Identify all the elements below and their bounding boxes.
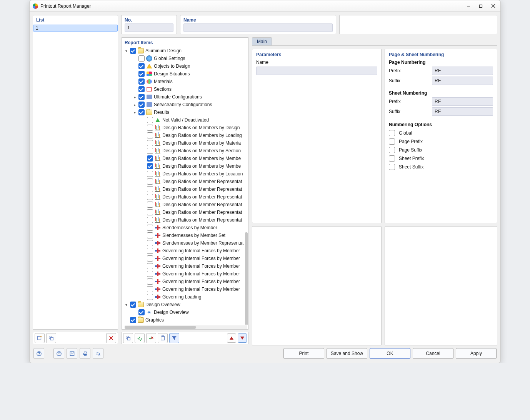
tree-checkbox[interactable] bbox=[138, 309, 145, 315]
tree-uncheck-all-button[interactable] bbox=[146, 333, 156, 343]
tree-row[interactable]: Materials bbox=[122, 78, 248, 85]
move-down-button[interactable] bbox=[238, 333, 247, 343]
tree-scrollbar-thumb[interactable] bbox=[245, 232, 248, 325]
tree-row[interactable]: Design Ratios on Members by Materia bbox=[122, 139, 248, 147]
option-checkbox[interactable] bbox=[389, 147, 395, 153]
numbering-option[interactable]: Sheet Prefix bbox=[389, 154, 493, 163]
tree-checkbox[interactable] bbox=[147, 171, 153, 177]
tree-checkbox[interactable] bbox=[147, 217, 153, 223]
numbering-option[interactable]: Global bbox=[389, 129, 493, 137]
ok-button[interactable]: OK bbox=[370, 348, 410, 359]
tree-row[interactable]: Design Ratios on Members by Design bbox=[122, 124, 248, 132]
report-list[interactable]: 1 bbox=[33, 25, 118, 329]
move-up-button[interactable] bbox=[227, 333, 236, 343]
tree-checkbox[interactable] bbox=[147, 263, 153, 269]
numbering-option[interactable]: Page Suffix bbox=[389, 146, 493, 154]
tree-row[interactable]: Design Ratios on Members by Location bbox=[122, 170, 248, 178]
tree-row[interactable]: Design Situations bbox=[122, 70, 248, 78]
close-button[interactable] bbox=[487, 2, 499, 10]
tree-filter-button[interactable] bbox=[169, 333, 179, 343]
tree-checkbox[interactable] bbox=[147, 202, 153, 208]
tree-caret[interactable]: ▾ bbox=[124, 49, 128, 53]
attach-button[interactable] bbox=[53, 348, 64, 359]
tree-checkbox[interactable] bbox=[147, 140, 153, 146]
parameters-name-field[interactable] bbox=[256, 67, 377, 75]
tree-clipboard-button[interactable] bbox=[158, 333, 168, 343]
name-field[interactable] bbox=[183, 23, 333, 32]
tree-row[interactable]: Slendernesses by Member Set bbox=[122, 232, 248, 239]
option-checkbox[interactable] bbox=[389, 138, 395, 145]
sheet-prefix-field[interactable]: RE bbox=[432, 97, 493, 106]
page-prefix-field[interactable]: RE bbox=[432, 67, 493, 75]
list-item[interactable]: 1 bbox=[33, 25, 118, 32]
sheet-suffix-field[interactable]: RE bbox=[432, 107, 493, 116]
tree-checkbox[interactable] bbox=[138, 78, 145, 85]
tree-row[interactable]: Design Ratios on Members by Loading bbox=[122, 132, 248, 139]
copy-report-button[interactable] bbox=[46, 333, 56, 343]
tree-row[interactable]: Governing Internal Forces by Member bbox=[122, 278, 248, 285]
tree-row[interactable]: Design Ratios on Member Representat bbox=[122, 193, 248, 201]
tree-row[interactable]: ▾Aluminum Design bbox=[122, 47, 248, 55]
tree-row[interactable]: Design Ratios on Member Representat bbox=[122, 208, 248, 216]
tree-row[interactable]: Design Ratios on Member Representat bbox=[122, 185, 248, 193]
tree-row[interactable]: ✴Design Overview bbox=[122, 308, 248, 316]
numbering-option[interactable]: Page Prefix bbox=[389, 137, 493, 146]
tree-row[interactable]: Governing Internal Forces by Member bbox=[122, 270, 248, 278]
tree-row[interactable]: Governing Internal Forces by Member bbox=[122, 285, 248, 293]
cancel-button[interactable]: Cancel bbox=[413, 348, 453, 359]
tree-checkbox[interactable] bbox=[147, 186, 153, 192]
option-checkbox[interactable] bbox=[389, 164, 395, 170]
tree-checkbox[interactable] bbox=[147, 178, 153, 185]
tree-checkbox[interactable] bbox=[147, 225, 153, 231]
tree-checkbox[interactable] bbox=[147, 278, 153, 285]
tree-row[interactable]: Sections bbox=[122, 85, 248, 93]
tree-row[interactable]: Not Valid / Deactivated bbox=[122, 116, 248, 124]
save-template-button[interactable] bbox=[67, 348, 77, 359]
print-button[interactable]: Print bbox=[283, 348, 324, 359]
tree-row[interactable]: Design Ratios on Members by Membe bbox=[122, 155, 248, 162]
tree-checkbox[interactable] bbox=[147, 132, 153, 138]
tree-row[interactable]: Design Ratios on Members by Membe bbox=[122, 162, 248, 170]
numbering-option[interactable]: Sheet Suffix bbox=[389, 163, 493, 171]
tree-checkbox[interactable] bbox=[147, 271, 153, 277]
tree-caret[interactable]: ▾ bbox=[132, 110, 137, 115]
tree-checkbox[interactable] bbox=[138, 102, 145, 108]
tree-caret[interactable]: ▸ bbox=[132, 95, 137, 99]
tree-checkbox[interactable] bbox=[147, 209, 153, 215]
tree-row[interactable]: Global Settings bbox=[122, 55, 248, 62]
tree-checkbox[interactable] bbox=[147, 232, 153, 238]
tree-checkbox[interactable] bbox=[147, 255, 153, 262]
tree-row[interactable]: Design Ratios on Member Representat bbox=[122, 201, 248, 208]
delete-report-button[interactable] bbox=[106, 333, 116, 343]
tree-checkbox[interactable] bbox=[138, 109, 145, 115]
apply-button[interactable]: Apply bbox=[456, 348, 497, 359]
tree-checkbox[interactable] bbox=[130, 317, 136, 323]
tree-row[interactable]: ▾Results bbox=[122, 108, 248, 116]
tree-row[interactable]: Governing Internal Forces by Member bbox=[122, 247, 248, 255]
page-suffix-field[interactable]: RE bbox=[432, 77, 493, 85]
tree-caret[interactable]: ▾ bbox=[124, 303, 128, 307]
option-checkbox[interactable] bbox=[389, 155, 395, 162]
tree-checkbox[interactable] bbox=[147, 248, 153, 254]
maximize-button[interactable] bbox=[475, 2, 487, 10]
tree-checkbox[interactable] bbox=[138, 94, 145, 100]
tab-main[interactable]: Main bbox=[252, 37, 272, 45]
tree-checkbox[interactable] bbox=[147, 155, 153, 162]
tree-checkbox[interactable] bbox=[147, 294, 153, 300]
tree-checkbox[interactable] bbox=[138, 86, 145, 92]
tree-row[interactable]: Objects to Design bbox=[122, 62, 248, 70]
tree-row[interactable]: ▸Ultimate Configurations bbox=[122, 93, 248, 101]
tree-checkbox[interactable] bbox=[138, 63, 145, 69]
tree-checkbox[interactable] bbox=[147, 194, 153, 200]
tree-row[interactable]: Governing Internal Forces by Member bbox=[122, 262, 248, 270]
tree-caret[interactable]: ▸ bbox=[132, 103, 137, 107]
tree-checkbox[interactable] bbox=[147, 163, 153, 169]
tree-checkbox[interactable] bbox=[147, 148, 153, 154]
tree-row[interactable]: Slendernesses by Member bbox=[122, 224, 248, 232]
tree-checkbox[interactable] bbox=[147, 240, 153, 246]
tree-row[interactable]: Design Ratios on Members by Section bbox=[122, 147, 248, 155]
tree-row[interactable]: ▾Design Overview bbox=[122, 301, 248, 308]
save-and-show-button[interactable]: Save and Show bbox=[327, 348, 367, 359]
tree-copy-button[interactable] bbox=[123, 333, 133, 343]
tree-row[interactable]: Governing Loading bbox=[122, 293, 248, 301]
